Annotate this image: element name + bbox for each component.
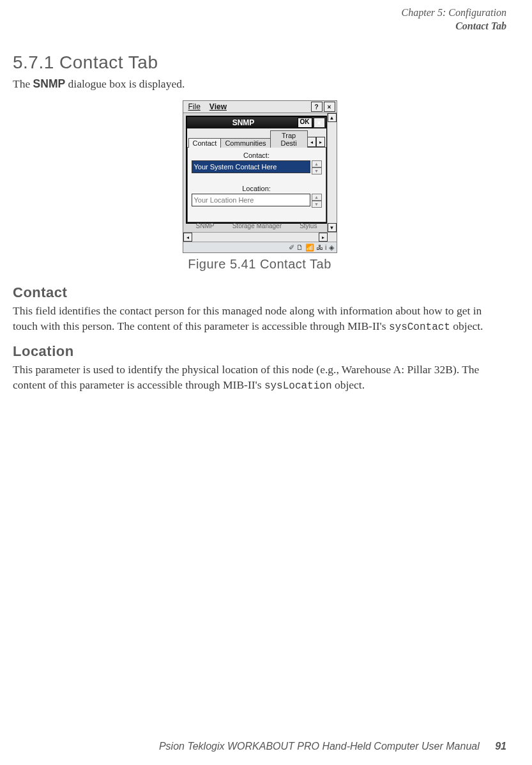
intro-paragraph: The SNMP dialogue box is displayed. xyxy=(13,77,506,92)
location-field-wrap: Your Location Here ▲ ▼ xyxy=(192,194,322,208)
footer: Psion Teklogix WORKABOUT PRO Hand-Held C… xyxy=(159,741,506,752)
tab-strip: Contact Communities Trap Desti ◂ ▸ xyxy=(187,128,326,147)
intro-post: dialogue box is displayed. xyxy=(65,77,185,90)
horizontal-scrollbar[interactable]: ◂ ▸ xyxy=(183,232,337,242)
section-heading: 5.7.1 Contact Tab xyxy=(13,52,506,73)
tab-scroll-left-icon[interactable]: ◂ xyxy=(307,137,316,147)
scroll-right-icon[interactable]: ▸ xyxy=(319,233,328,242)
tab-panel: Contact: Your System Contact Here ▲ ▼ Lo… xyxy=(187,147,326,222)
tab-scroll: ◂ ▸ xyxy=(307,137,325,147)
running-header: Chapter 5: Configuration Contact Tab xyxy=(13,6,506,33)
location-code: sysLocation xyxy=(264,380,332,392)
tab-trap-destinations[interactable]: Trap Desti xyxy=(270,130,308,148)
dialog-ok-button[interactable]: OK xyxy=(298,118,312,128)
subheading-location: Location xyxy=(13,343,506,360)
contact-input[interactable]: Your System Contact Here xyxy=(192,160,310,173)
desktop-label-stylus: Stylus xyxy=(300,222,317,229)
dialog-title: SNMP xyxy=(188,118,296,127)
contact-field-wrap: Your System Contact Here ▲ ▼ xyxy=(192,160,322,174)
snmp-dialog: SNMP OK × Contact Communities Trap Desti… xyxy=(186,116,328,224)
location-label: Location: xyxy=(192,185,322,192)
location-spin-down-icon[interactable]: ▼ xyxy=(312,201,322,208)
scroll-left-icon[interactable]: ◂ xyxy=(183,233,192,242)
help-button[interactable]: ? xyxy=(311,102,323,112)
tray-icon-6[interactable]: ◈ xyxy=(329,243,334,252)
tab-communities[interactable]: Communities xyxy=(220,138,270,148)
contact-text-post: object. xyxy=(450,320,483,332)
vertical-scrollbar[interactable]: ▲ ▼ xyxy=(327,113,337,232)
contact-spin-up-icon[interactable]: ▲ xyxy=(312,160,322,167)
desktop-label-storage-manager: Storage Manager xyxy=(232,222,282,229)
menu-file[interactable]: File xyxy=(185,102,204,111)
tray-icon-2[interactable]: 🗋 xyxy=(296,243,303,251)
contact-paragraph: This field identifies the contact person… xyxy=(13,304,506,334)
figure-caption: Figure 5.41 Contact Tab xyxy=(13,257,506,272)
dialog-close-button[interactable]: × xyxy=(314,118,325,128)
desktop-label-snmp: SNMP xyxy=(196,222,215,229)
workarea: ▲ ▼ SNMP OK × Contact Communities Trap D… xyxy=(183,113,337,232)
scroll-down-icon[interactable]: ▼ xyxy=(328,223,337,232)
contact-spin-down-icon[interactable]: ▼ xyxy=(312,167,322,174)
location-paragraph: This parameter is used to identify the p… xyxy=(13,362,506,393)
dialog-titlebar: SNMP OK × xyxy=(187,117,326,128)
tab-scroll-right-icon[interactable]: ▸ xyxy=(316,137,325,147)
tray-icon-5[interactable]: i xyxy=(325,243,326,251)
location-text-pre: This parameter is used to identify the p… xyxy=(13,363,479,391)
location-input[interactable]: Your Location Here xyxy=(192,194,310,206)
close-button[interactable]: × xyxy=(324,102,335,112)
contact-label: Contact: xyxy=(192,151,322,159)
location-spin: ▲ ▼ xyxy=(312,194,322,208)
page: Chapter 5: Configuration Contact Tab 5.7… xyxy=(0,0,532,765)
menu-view[interactable]: View xyxy=(206,102,231,111)
location-spin-up-icon[interactable]: ▲ xyxy=(312,194,322,201)
page-number: 91 xyxy=(495,741,506,752)
contact-spin: ▲ ▼ xyxy=(312,160,322,174)
contact-code: sysContact xyxy=(389,321,450,333)
menubar: File View ? × xyxy=(183,101,337,113)
intro-pre: The xyxy=(13,77,33,90)
subheading-contact: Contact xyxy=(13,284,506,301)
device-screenshot: File View ? × ▲ ▼ SNMP OK × xyxy=(183,100,337,253)
location-text-post: object. xyxy=(332,378,365,391)
desktop-icon-labels: SNMP Storage Manager Stylus xyxy=(186,222,328,231)
tray-icon-4[interactable]: 🖧 xyxy=(316,243,323,251)
intro-bold: SNMP xyxy=(33,77,66,90)
taskbar: ✐ 🗋 📶 🖧 i ◈ xyxy=(183,242,337,252)
scroll-up-icon[interactable]: ▲ xyxy=(328,113,337,122)
tray-icon-3[interactable]: 📶 xyxy=(305,243,314,252)
tray-icon-1[interactable]: ✐ xyxy=(289,243,294,252)
figure-wrap: File View ? × ▲ ▼ SNMP OK × xyxy=(13,100,506,253)
header-topic: Contact Tab xyxy=(13,20,506,33)
header-chapter: Chapter 5: Configuration xyxy=(13,6,506,20)
footer-text: Psion Teklogix WORKABOUT PRO Hand-Held C… xyxy=(159,741,480,752)
tab-contact[interactable]: Contact xyxy=(188,138,222,148)
